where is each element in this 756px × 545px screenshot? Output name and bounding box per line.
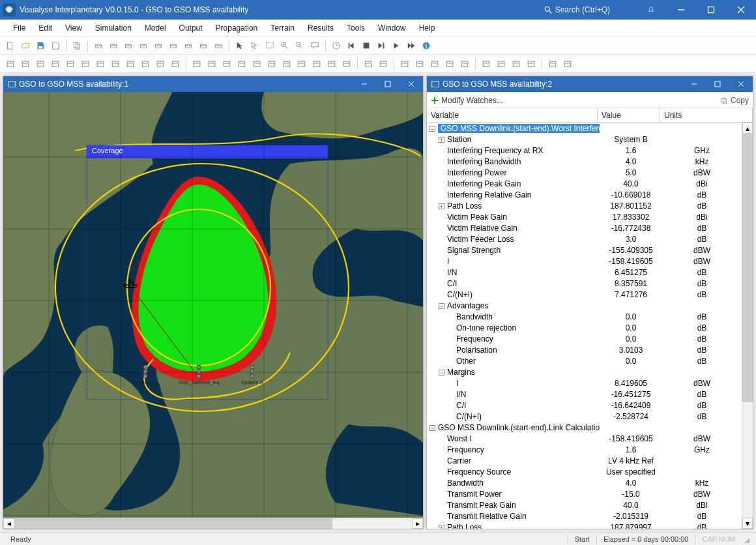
chart-icon[interactable] [250,57,263,70]
watch-row[interactable]: +Path Loss187.879997dB [427,522,742,529]
watch-row[interactable]: Bandwidth0.0dB [427,311,742,322]
watch-row[interactable]: −Advantages [427,300,742,311]
watch-row[interactable]: I/N6.451275dB [427,267,742,278]
tree-toggle-icon[interactable]: + [439,203,444,209]
map-view[interactable]: System B Ship_Satellite_Eq System A Cove… [3,92,423,518]
watch-row[interactable]: C/(N+I)-2.528724dB [427,411,742,422]
watch-row[interactable]: Bandwidth4.0kHz [427,477,742,488]
layer-icon[interactable] [458,57,471,70]
menu-edit[interactable]: Edit [32,21,59,35]
watch-row[interactable]: −GSO MSS Downlink.(start-end).Link Calcu… [427,422,742,433]
maximize-button[interactable] [696,0,726,20]
star-icon[interactable] [109,57,122,70]
panel-icon[interactable] [362,57,375,70]
step-icon[interactable] [375,39,388,52]
watch-row[interactable]: Frequency0.0dB [427,333,742,344]
stop-icon[interactable] [360,39,373,52]
resize-grip-icon[interactable] [740,534,751,544]
tree-toggle-icon[interactable]: + [439,137,444,143]
map2-icon[interactable] [205,57,218,70]
watch-row[interactable]: Interfering Bandwidth4.0kHz [427,156,742,167]
menu-help[interactable]: Help [413,21,442,35]
child-minimize-button[interactable] [682,76,706,92]
sigma-icon[interactable] [154,57,167,70]
select-arrow-icon[interactable] [248,39,261,52]
watch-row[interactable]: +Path Loss187.801152dB [427,200,742,211]
fast-forward-icon[interactable] [405,39,418,52]
watch-row[interactable]: +StationSystem B [427,134,742,145]
scroll-right-button[interactable]: ▸ [412,518,423,529]
menu-window[interactable]: Window [371,21,413,35]
menu-file[interactable]: File [7,21,32,35]
tree-icon[interactable] [546,57,559,70]
menu-simulation[interactable]: Simulation [89,21,138,35]
watch-body[interactable]: −GSO MSS Downlink.(start-end).Worst Inte… [427,123,742,529]
tool-icon[interactable] [122,39,135,52]
tool-icon[interactable] [92,39,105,52]
menu-propagation[interactable]: Propagation [209,21,265,35]
child-minimize-button[interactable] [353,76,376,92]
search-box[interactable]: Search (Ctrl+Q) [544,5,610,14]
save-all-icon[interactable] [49,39,62,52]
watch-row[interactable]: C/I8.357591dB [427,278,742,289]
copy-icon[interactable] [70,39,83,52]
child-titlebar-1[interactable]: GSO to GSO MSS availability:1 [3,76,423,92]
chart-icon[interactable] [235,57,248,70]
grid-icon[interactable] [265,57,278,70]
info-icon[interactable]: i [420,39,433,52]
rect-icon[interactable] [34,57,47,70]
col-units[interactable]: Units [660,108,753,122]
tool-icon[interactable] [152,39,165,52]
bar-icon[interactable] [295,57,308,70]
child-maximize-button[interactable] [706,76,729,92]
child-close-button[interactable] [400,76,423,92]
watch-row[interactable]: CarrierLV 4 kHz Ref [427,455,742,466]
minimize-button[interactable] [666,0,696,20]
tool-icon[interactable] [167,39,180,52]
child-close-button[interactable] [729,76,753,92]
watch-scrollbar-vert[interactable]: ▴ ▾ [742,123,753,529]
watch-row[interactable]: C/(N+I)7.471276dB [427,289,742,300]
watch-row[interactable]: Interfering Power5.0dBW [427,167,742,178]
menu-output[interactable]: Output [173,21,209,35]
watch-row[interactable]: I-158.419605dBW [427,256,742,267]
watch-row[interactable]: Victim Feeder Loss3.0dB [427,233,742,244]
panel-icon[interactable] [377,57,390,70]
watch-row[interactable]: Victim Peak Gain17.833302dBi [427,211,742,222]
watch-row[interactable]: Worst I-158.419605dBW [427,433,742,444]
watch-header[interactable]: Variable Value Units [427,108,753,123]
watch-row[interactable]: Polarisation3.0103dB [427,344,742,355]
tool-icon[interactable] [137,39,150,52]
scroll-down-button[interactable]: ▾ [742,518,753,529]
doc-icon[interactable] [310,57,323,70]
watch-row[interactable]: C/I-16.642409dB [427,400,742,411]
watch-row[interactable]: Interfering Frequency at RX1.6GHz [427,145,742,156]
watch-row[interactable]: Other0.0dB [427,355,742,366]
watch-row[interactable]: −GSO MSS Downlink.(start-end).Worst Inte… [427,123,742,134]
comment-icon[interactable] [308,39,321,52]
watch-row[interactable]: Interfering Relative Gain-10.669018dB [427,189,742,200]
tree-toggle-icon[interactable]: + [439,525,444,529]
dot-icon[interactable] [19,57,32,70]
tree-toggle-icon[interactable]: − [439,370,444,376]
tool-icon[interactable] [107,39,120,52]
star-icon[interactable] [124,57,137,70]
col-value[interactable]: Value [598,108,660,122]
list-icon[interactable] [340,57,353,70]
sigma-icon[interactable] [325,57,338,70]
tool-icon[interactable] [182,39,195,52]
scroll-left-button[interactable]: ◂ [3,518,14,529]
map1-icon[interactable] [190,57,203,70]
scroll-up-button[interactable]: ▴ [742,123,753,134]
clock-icon[interactable] [330,39,343,52]
watch-row[interactable]: Interfering Peak Gain40.0dBi [427,178,742,189]
map-scrollbar-horiz[interactable]: ◂ ▸ [3,518,423,529]
grid-icon[interactable] [525,57,538,70]
bell-icon[interactable] [636,0,666,20]
child-maximize-button[interactable] [376,76,400,92]
menu-view[interactable]: View [59,21,89,35]
watch-row[interactable]: Frequency1.6GHz [427,444,742,455]
fn-icon[interactable] [169,57,182,70]
new-file-icon[interactable] [4,39,17,52]
watch-row[interactable]: Frequency SourceUser specified [427,466,742,477]
